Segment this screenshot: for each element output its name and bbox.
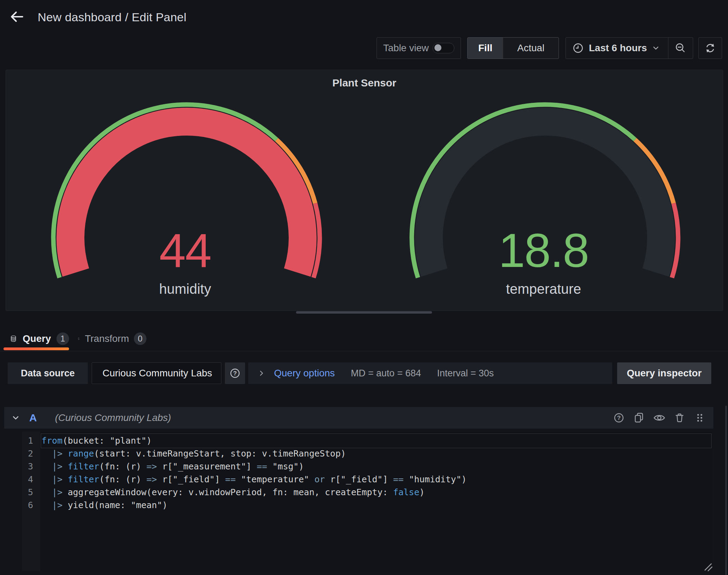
page-title: New dashboard / Edit Panel [38, 10, 187, 24]
grafana-edit-panel: New dashboard / Edit Panel Table view Fi… [0, 0, 728, 575]
back-arrow-icon [9, 9, 24, 24]
zoom-out-icon [675, 42, 687, 54]
query-datasource-hint: (Curious Community Labs) [55, 412, 171, 423]
grip-dots-icon [694, 412, 706, 424]
tab-transform[interactable]: Transform 0 [73, 328, 146, 350]
table-view-label: Table view [383, 43, 429, 54]
clock-icon [572, 42, 584, 54]
panel: Plant Sensor 44 18.8 humidity temperatur… [6, 70, 723, 311]
display-mode-switch: Fill Actual [467, 37, 559, 59]
table-view-toggle[interactable] [433, 43, 454, 53]
table-view-control: Table view [377, 37, 461, 59]
time-range-control: Last 6 hours [566, 37, 693, 59]
zoom-out-button[interactable] [668, 38, 693, 59]
transform-icon [77, 333, 80, 345]
help-icon: ? [613, 412, 625, 424]
humidity-label: humidity [6, 282, 364, 296]
chevron-down-icon [652, 44, 660, 52]
query-code-editor[interactable]: 1from(bucket: "plant")2 |> range(start: … [22, 431, 712, 571]
tab-query[interactable]: Query 1 [3, 328, 69, 350]
scrollbar[interactable] [725, 406, 727, 575]
temperature-label: temperature [364, 282, 723, 296]
query-help-button[interactable]: ? [612, 411, 625, 424]
datasource-label: Data source [8, 362, 88, 384]
refresh-button[interactable] [698, 37, 722, 59]
chevron-right-icon[interactable] [257, 369, 266, 377]
tab-query-label: Query [23, 333, 51, 344]
svg-text:?: ? [233, 370, 237, 377]
humidity-value: 44 [6, 227, 364, 274]
delete-query-button[interactable] [673, 411, 686, 424]
datasource-picker[interactable]: Curious Community Labs [92, 362, 221, 384]
toggle-knob [434, 44, 441, 51]
duplicate-query-button[interactable] [632, 411, 646, 424]
time-range-label: Last 6 hours [589, 43, 647, 54]
query-options-bar: Query options MD = auto = 684 Interval =… [248, 362, 612, 384]
copy-icon [633, 412, 645, 424]
datasource-selected: Curious Community Labs [103, 368, 212, 379]
query-row-actions: ? [612, 411, 706, 424]
query-ref-id[interactable]: A [29, 412, 37, 424]
time-range-picker[interactable]: Last 6 hours [566, 38, 668, 59]
tab-transform-label: Transform [85, 333, 129, 344]
help-icon: ? [229, 367, 241, 380]
refresh-icon [704, 42, 716, 54]
tabs-divider [0, 351, 728, 351]
panel-resize-handle[interactable] [296, 311, 432, 314]
collapse-chevron-icon[interactable] [11, 413, 20, 422]
svg-text:?: ? [617, 415, 621, 421]
tab-transform-count: 0 [134, 332, 146, 345]
trash-icon [673, 412, 686, 424]
temperature-value: 18.8 [364, 227, 723, 274]
interval: Interval = 30s [437, 368, 494, 379]
editor-resize-grip[interactable] [703, 562, 713, 574]
code-lines: 1from(bucket: "plant")2 |> range(start: … [22, 434, 712, 512]
tab-query-count: 1 [56, 332, 69, 345]
back-button[interactable] [7, 8, 26, 26]
datasource-help-button[interactable]: ? [225, 362, 245, 384]
resize-grip-icon [703, 562, 713, 572]
actual-button[interactable]: Actual [503, 38, 559, 59]
drag-query-handle[interactable] [693, 411, 706, 424]
query-options-link[interactable]: Query options [274, 368, 335, 379]
query-row-header: A (Curious Community Labs) ? [4, 407, 713, 429]
query-inspector-button[interactable]: Query inspector [617, 362, 711, 384]
toggle-visibility-button[interactable] [653, 411, 666, 424]
max-data-points: MD = auto = 684 [351, 368, 421, 379]
database-icon [10, 332, 17, 345]
active-tab-underline [3, 347, 69, 350]
fill-button[interactable]: Fill [468, 38, 503, 59]
eye-icon [653, 411, 666, 424]
